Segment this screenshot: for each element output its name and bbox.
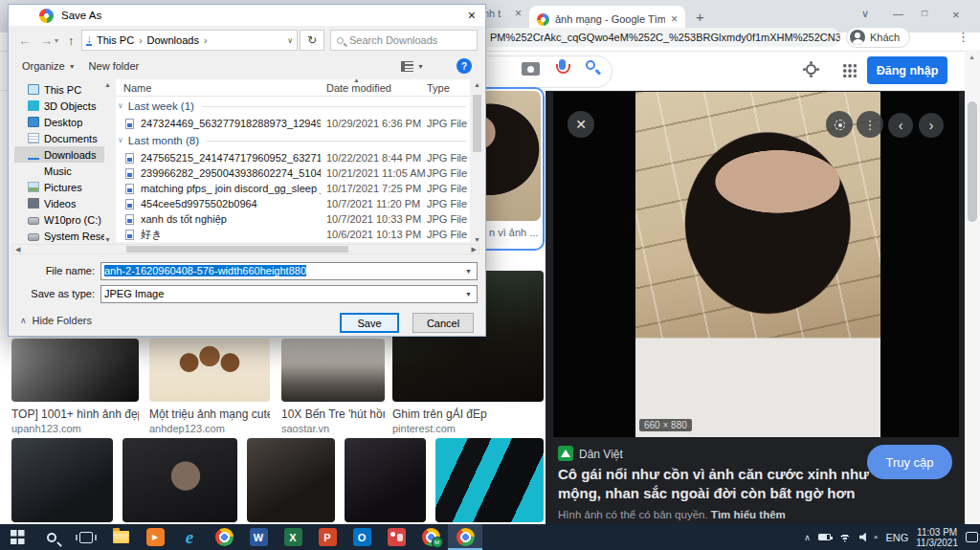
result-card[interactable]: 10X Bến Tre 'hút hồn' c... saostar.vn bbox=[281, 339, 385, 434]
view-options-button[interactable]: ▼ bbox=[401, 61, 424, 72]
group-header[interactable]: ∨ Last month (8) bbox=[116, 131, 470, 150]
refresh-icon[interactable]: ↻ bbox=[300, 30, 324, 51]
up-icon[interactable]: ↑ bbox=[68, 33, 75, 48]
result-thumbnail[interactable] bbox=[435, 438, 544, 522]
result-card[interactable]: TOP] 1001+ hình ảnh đẹp trên ... upanh12… bbox=[11, 339, 139, 434]
result-caption[interactable]: 10X Bến Tre 'hút hồn' c... bbox=[281, 407, 385, 421]
file-row[interactable]: ∨ matching pfps_ join discord_gg_sleep _… bbox=[116, 181, 470, 196]
new-folder-button[interactable]: New folder bbox=[89, 60, 140, 72]
dialog-search-input[interactable]: Search Downloads bbox=[330, 30, 478, 51]
action-center-icon[interactable] bbox=[966, 532, 978, 542]
scroll-left-icon[interactable]: ◀ bbox=[15, 246, 20, 253]
tree-scroll-up-icon[interactable]: ▲ bbox=[104, 81, 111, 88]
image-title-link[interactable]: Cô gái nổi như cồn vì ảnh căn cước xinh … bbox=[558, 465, 874, 503]
dialog-title-bar[interactable]: Save As × bbox=[9, 5, 485, 26]
forward-icon[interactable]: → bbox=[40, 33, 53, 48]
sign-in-button[interactable]: Đăng nhập bbox=[867, 56, 947, 84]
battery-icon[interactable] bbox=[818, 534, 831, 540]
start-button-icon[interactable] bbox=[0, 524, 34, 550]
tree-item-this-pc[interactable]: This PC bbox=[14, 81, 104, 98]
result-thumbnail[interactable] bbox=[11, 339, 139, 402]
column-date-modified[interactable]: Date modified bbox=[326, 82, 391, 94]
result-caption[interactable]: Ghim trên gẢI đEp bbox=[392, 407, 544, 421]
taskbar-search-icon[interactable] bbox=[34, 524, 69, 550]
mic-icon[interactable] bbox=[559, 59, 566, 70]
excel-icon[interactable]: X bbox=[276, 524, 310, 550]
chrome-icon[interactable] bbox=[207, 524, 241, 550]
page-scrollbar[interactable]: ▲ bbox=[965, 50, 980, 524]
list-scroll-up-icon[interactable]: ▲ bbox=[474, 81, 480, 88]
volume-muted-icon[interactable] bbox=[859, 533, 872, 542]
apps-grid-icon[interactable] bbox=[842, 63, 857, 77]
tree-item-videos[interactable]: Videos bbox=[14, 195, 104, 211]
hide-folders-button[interactable]: ∧ Hide Folders bbox=[20, 315, 92, 326]
collapse-group-icon[interactable]: ∨ bbox=[118, 131, 123, 150]
profile-button[interactable]: Khách bbox=[846, 27, 910, 48]
file-row[interactable]: ∨ 454cee5d9975502b0964 10/7/2021 11:20 P… bbox=[116, 196, 470, 211]
list-scrollbar-thumb[interactable] bbox=[473, 95, 481, 152]
result-thumbnail[interactable] bbox=[122, 438, 237, 522]
outlook-icon[interactable]: O bbox=[345, 524, 379, 550]
new-tab-button[interactable]: + bbox=[696, 9, 704, 25]
result-thumbnail[interactable] bbox=[247, 438, 335, 522]
close-tab-icon[interactable]: × bbox=[671, 12, 678, 26]
address-bar[interactable]: PM%252CrAkc_cqGQwo4eM%252C_%253BRGlxmdy0… bbox=[450, 28, 840, 47]
tree-item-system-reserved[interactable]: System Reserved bbox=[14, 228, 104, 244]
breadcrumb-current[interactable]: Downloads bbox=[146, 34, 198, 46]
chrome-profile-icon[interactable] bbox=[413, 524, 448, 550]
maximize-icon[interactable]: □ bbox=[922, 8, 927, 18]
breadcrumb-root[interactable]: This PC bbox=[97, 34, 134, 46]
next-image-icon[interactable]: › bbox=[919, 113, 944, 138]
history-dropdown-icon[interactable]: ▾ bbox=[55, 36, 58, 45]
result-caption[interactable]: Một triệu ảnh mạng cute hoạt... bbox=[149, 407, 270, 421]
scroll-right-icon[interactable]: ▶ bbox=[472, 246, 477, 253]
chevron-down-icon[interactable]: ▼ bbox=[465, 291, 472, 297]
save-type-select[interactable]: JPEG Image ▼ bbox=[100, 285, 478, 303]
horizontal-scrollbar[interactable]: ◀ ▶ bbox=[12, 244, 479, 254]
column-type[interactable]: Type bbox=[427, 82, 450, 94]
result-thumbnail[interactable] bbox=[345, 438, 426, 522]
source-name[interactable]: Dân Việt bbox=[579, 448, 623, 461]
help-icon[interactable]: ? bbox=[457, 58, 472, 74]
browser-menu-icon[interactable]: ⋮ bbox=[957, 30, 969, 44]
minimize-icon[interactable]: — bbox=[893, 8, 903, 19]
search-icon[interactable] bbox=[586, 60, 595, 70]
file-row[interactable]: ∨ 239966282_2950043938602274_510473673..… bbox=[116, 165, 470, 181]
internet-explorer-icon[interactable]: e bbox=[172, 524, 207, 550]
tree-item-documents[interactable]: Documents bbox=[14, 130, 104, 146]
chevron-down-icon[interactable]: ▼ bbox=[465, 268, 472, 275]
result-thumbnail[interactable] bbox=[281, 339, 385, 402]
gear-icon[interactable] bbox=[806, 64, 816, 75]
tab-search-icon[interactable]: ∨ bbox=[861, 8, 869, 20]
column-name[interactable]: Name bbox=[123, 82, 151, 94]
previous-image-icon[interactable]: ‹ bbox=[888, 113, 913, 138]
people-app-icon[interactable] bbox=[379, 524, 413, 550]
close-window-icon[interactable]: × bbox=[952, 8, 960, 22]
horizontal-scrollbar-thumb[interactable] bbox=[126, 246, 348, 253]
scroll-up-icon[interactable]: ▲ bbox=[969, 54, 975, 60]
cancel-button[interactable]: Cancel bbox=[412, 313, 474, 333]
camera-search-icon[interactable] bbox=[522, 62, 540, 76]
word-icon[interactable]: W bbox=[241, 524, 276, 550]
google-lens-icon[interactable] bbox=[826, 111, 853, 138]
scrollbar-thumb[interactable] bbox=[968, 101, 977, 222]
file-row[interactable]: ∨ 好き 10/6/2021 10:13 PM JPG File bbox=[116, 227, 470, 242]
tree-item-pictures[interactable]: Pictures bbox=[14, 179, 104, 195]
breadcrumb[interactable]: ↓ This PC › Downloads › ∨ bbox=[81, 30, 298, 51]
result-thumbnail[interactable] bbox=[149, 339, 270, 402]
preview-image[interactable]: 660 × 880 bbox=[635, 92, 880, 437]
more-options-icon[interactable]: ⋮ bbox=[857, 111, 883, 138]
tree-item-downloads[interactable]: Downloads bbox=[14, 146, 104, 163]
chrome-active-icon[interactable] bbox=[448, 524, 482, 550]
show-hidden-icons-icon[interactable]: ∧ bbox=[804, 533, 811, 542]
tree-scroll-down-icon[interactable]: ▼ bbox=[104, 236, 111, 243]
visit-button[interactable]: Truy cập bbox=[867, 445, 952, 479]
result-caption[interactable]: TOP] 1001+ hình ảnh đẹp trên ... bbox=[11, 407, 139, 421]
powerpoint-icon[interactable]: P bbox=[310, 524, 345, 550]
tree-item-c-drive[interactable]: W10pro (C:) bbox=[14, 211, 104, 228]
media-app-icon[interactable] bbox=[138, 524, 172, 550]
wifi-icon[interactable] bbox=[838, 532, 852, 542]
language-indicator[interactable]: ENG bbox=[885, 532, 908, 543]
group-header[interactable]: ∨ Last week (1) bbox=[116, 97, 470, 116]
clock[interactable]: 11:03 PM 11/3/2021 bbox=[916, 527, 958, 548]
